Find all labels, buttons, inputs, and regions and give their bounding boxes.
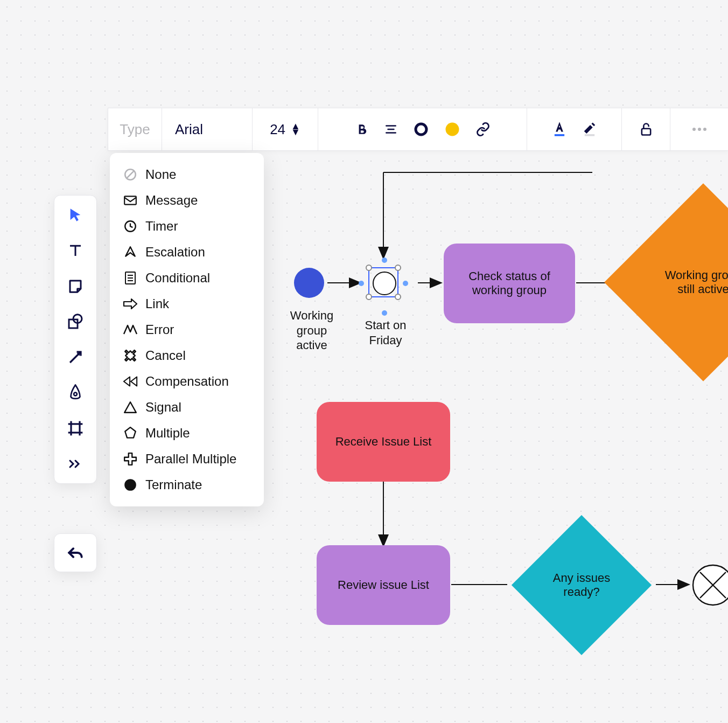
timer-event-label: Start on Friday <box>353 318 418 347</box>
dropdown-item-conditional[interactable]: Conditional <box>110 265 264 291</box>
svg-point-4 <box>445 123 459 136</box>
review-issue-task-label: Review issue List <box>338 578 429 592</box>
svg-rect-6 <box>584 134 594 136</box>
svg-line-22 <box>70 353 80 363</box>
any-issues-gateway-label: Any issues ready? <box>544 571 619 599</box>
svg-rect-5 <box>554 134 564 136</box>
svg-point-10 <box>703 128 706 131</box>
link-arrow-icon <box>123 296 138 311</box>
multiple-icon <box>123 426 138 441</box>
text-tool[interactable] <box>66 241 85 260</box>
dropdown-item-link[interactable]: Link <box>110 291 264 317</box>
dropdown-item-message[interactable]: Message <box>110 187 264 213</box>
selected-timer-node[interactable] <box>368 267 398 297</box>
type-label: Type <box>120 121 150 138</box>
end-event-node[interactable] <box>691 564 728 607</box>
dropdown-item-signal[interactable]: Signal <box>110 394 264 420</box>
font-family-value: Arial <box>175 121 203 138</box>
tool-palette <box>54 195 97 484</box>
check-status-task[interactable]: Check status of working group <box>444 244 575 323</box>
cancel-icon <box>123 348 138 363</box>
event-type-dropdown: None Message Timer Escalation Conditiona… <box>110 153 264 506</box>
compensation-icon <box>123 374 138 389</box>
svg-point-37 <box>693 565 728 605</box>
signal-icon <box>123 400 138 415</box>
dropdown-item-label: Parallel Multiple <box>145 451 236 467</box>
text-color-button[interactable] <box>552 121 567 138</box>
dropdown-item-label: Error <box>145 322 174 337</box>
text-style-group <box>527 108 622 150</box>
svg-rect-7 <box>641 129 650 135</box>
svg-point-8 <box>692 128 696 131</box>
dropdown-item-label: Conditional <box>145 270 210 286</box>
start-event-label: Working group active <box>282 308 341 353</box>
align-button[interactable] <box>384 122 398 136</box>
link-button[interactable] <box>475 122 491 137</box>
dropdown-item-label: Link <box>145 296 169 311</box>
dropdown-item-cancel[interactable]: Cancel <box>110 343 264 369</box>
dropdown-item-label: Multiple <box>145 426 190 441</box>
more-tools[interactable] <box>66 454 85 474</box>
font-size-value: 24 <box>270 121 285 138</box>
svg-point-9 <box>698 128 701 131</box>
more-button[interactable] <box>670 108 728 150</box>
highlight-button[interactable] <box>582 121 597 138</box>
review-issue-task[interactable]: Review issue List <box>317 545 450 625</box>
connector-tool[interactable] <box>66 347 85 367</box>
still-active-gateway[interactable]: Working group still active <box>633 212 728 352</box>
receive-issue-task[interactable]: Receive Issue List <box>317 402 450 482</box>
svg-rect-13 <box>124 196 136 204</box>
svg-point-19 <box>124 479 136 491</box>
lock-button[interactable] <box>622 108 670 150</box>
dropdown-item-label: None <box>145 167 176 182</box>
dropdown-item-error[interactable]: Error <box>110 317 264 343</box>
dropdown-item-label: Terminate <box>145 477 202 492</box>
escalation-icon <box>123 245 138 260</box>
dropdown-item-escalation[interactable]: Escalation <box>110 239 264 265</box>
dropdown-item-label: Compensation <box>145 374 229 389</box>
dropdown-item-multiple[interactable]: Multiple <box>110 420 264 446</box>
select-tool[interactable] <box>66 205 85 225</box>
error-icon <box>123 322 138 337</box>
svg-line-12 <box>126 170 134 178</box>
dropdown-item-terminate[interactable]: Terminate <box>110 472 264 498</box>
timer-icon <box>123 219 138 234</box>
bold-button[interactable] <box>355 122 369 136</box>
fill-color-button[interactable] <box>444 121 460 137</box>
conditional-icon <box>123 270 138 286</box>
dropdown-item-label: Timer <box>145 219 178 234</box>
any-issues-gateway[interactable]: Any issues ready? <box>512 515 652 655</box>
shape-tool[interactable] <box>66 312 85 331</box>
font-size-stepper[interactable]: 24 ▲▼ <box>253 108 318 150</box>
dropdown-item-label: Escalation <box>145 245 205 260</box>
font-family-select[interactable]: Arial <box>162 108 253 150</box>
receive-issue-task-label: Receive Issue List <box>335 435 432 449</box>
type-dropdown[interactable]: Type <box>108 108 162 150</box>
undo-button[interactable] <box>54 533 97 572</box>
svg-point-24 <box>74 393 77 396</box>
border-color-button[interactable] <box>413 121 429 137</box>
still-active-gateway-label: Working group still active <box>660 268 728 296</box>
pen-tool[interactable] <box>66 383 85 402</box>
note-tool[interactable] <box>66 276 85 296</box>
format-toolbar: Type Arial 24 ▲▼ <box>108 108 728 151</box>
dropdown-item-parallel-multiple[interactable]: Parallel Multiple <box>110 446 264 472</box>
format-group <box>318 108 527 150</box>
dropdown-item-label: Signal <box>145 400 181 415</box>
check-status-task-label: Check status of working group <box>449 269 570 297</box>
svg-point-3 <box>416 124 426 135</box>
dropdown-item-label: Message <box>145 193 198 208</box>
dropdown-item-label: Cancel <box>145 348 186 363</box>
stepper-arrows[interactable]: ▲▼ <box>291 123 300 135</box>
start-event-node[interactable] <box>294 268 324 298</box>
dropdown-item-none[interactable]: None <box>110 162 264 187</box>
none-icon <box>123 167 138 182</box>
dropdown-item-compensation[interactable]: Compensation <box>110 369 264 394</box>
message-icon <box>123 193 138 208</box>
dropdown-item-timer[interactable]: Timer <box>110 213 264 239</box>
frame-tool[interactable] <box>66 419 85 438</box>
parallel-multiple-icon <box>123 451 138 467</box>
terminate-icon <box>123 477 138 492</box>
